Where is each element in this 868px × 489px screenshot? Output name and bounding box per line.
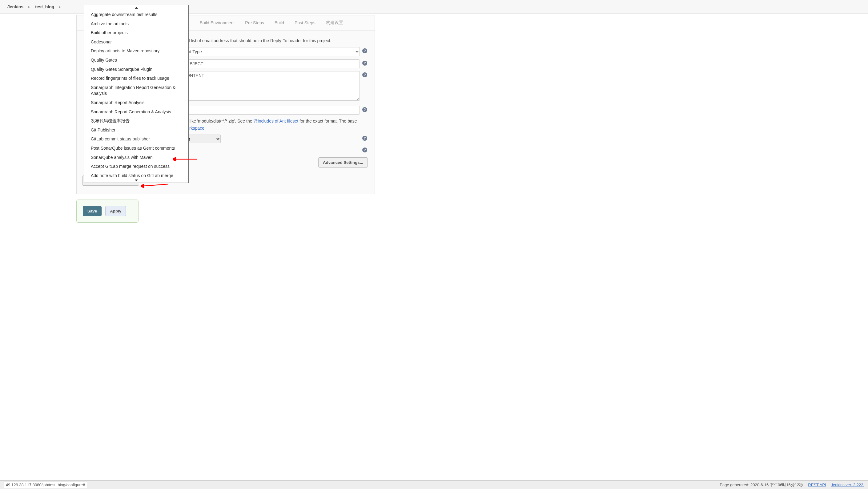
save-button[interactable]: Save xyxy=(83,206,101,216)
small-select[interactable]: g xyxy=(184,134,221,143)
fileset-description: ds like 'module/dist/**/*.zip'. See the … xyxy=(184,118,360,131)
dropdown-item[interactable]: Quality Gates xyxy=(84,56,188,65)
help-icon[interactable]: ? xyxy=(362,61,367,66)
apply-button[interactable]: Apply xyxy=(105,206,126,216)
advanced-settings-button[interactable]: Advanced Settings... xyxy=(318,157,368,167)
dropdown-item[interactable]: Build other projects xyxy=(84,28,188,37)
tab-build[interactable]: Build xyxy=(275,20,284,25)
ant-fileset-link[interactable]: @includes of Ant fileset xyxy=(253,119,298,123)
dropdown-item[interactable]: Quality Gates Sonarqube Plugin xyxy=(84,65,188,74)
dropdown-item[interactable]: Record fingerprints of files to track us… xyxy=(84,74,188,83)
dropdown-item[interactable]: Codesonar xyxy=(84,37,188,47)
content-textarea[interactable]: ONTENT xyxy=(184,71,360,101)
dropdown-item[interactable]: Archive the artifacts xyxy=(84,20,188,29)
help-icon[interactable]: ? xyxy=(362,148,367,152)
svg-line-1 xyxy=(143,184,168,186)
tab-post-steps[interactable]: Post Steps xyxy=(294,20,315,25)
dropdown-item[interactable]: Sonargraph Integration Report Generation… xyxy=(84,83,188,98)
dropdown-item[interactable]: Git Publisher xyxy=(84,126,188,135)
save-bar: Save Apply xyxy=(76,200,138,223)
tab-cn[interactable]: 构建设置 xyxy=(326,20,343,26)
breadcrumb-jenkins[interactable]: Jenkins xyxy=(5,3,25,10)
dropdown-item[interactable]: Deploy artifacts to Maven repository xyxy=(84,47,188,56)
subject-input[interactable] xyxy=(184,59,360,68)
attachments-input[interactable] xyxy=(184,106,360,115)
tab-pre-steps[interactable]: Pre Steps xyxy=(245,20,264,25)
dropdown-item[interactable]: Sonargraph Report Generation & Analysis xyxy=(84,108,188,117)
breadcrumb-job[interactable]: test_blog xyxy=(33,3,56,10)
dropdown-item[interactable]: Sonargraph Report Analysis xyxy=(84,98,188,108)
dropdown-scroll-up[interactable] xyxy=(84,5,188,10)
chevron-right-icon: ▸ xyxy=(59,5,61,9)
dropdown-item[interactable]: Aggregate downstream test results xyxy=(84,10,188,20)
dropdown-item[interactable]: Accept GitLab merge request on success xyxy=(84,162,188,171)
tab-build-environment[interactable]: Build Environment xyxy=(200,20,235,25)
dropdown-item[interactable]: GitLab commit status publisher xyxy=(84,134,188,144)
help-icon[interactable]: ? xyxy=(362,72,367,77)
dropdown-scroll-down[interactable] xyxy=(84,178,188,183)
dropdown-item[interactable]: Add note with build status on GitLab mer… xyxy=(84,171,188,178)
help-icon[interactable]: ? xyxy=(362,136,367,141)
help-icon[interactable]: ? xyxy=(362,107,367,112)
content-type-select[interactable]: nt Type xyxy=(184,47,360,56)
dropdown-item[interactable]: 发布代码覆盖率报告 xyxy=(84,116,188,126)
chevron-right-icon: ▸ xyxy=(28,5,30,9)
chevron-up-icon xyxy=(135,7,138,9)
dropdown-item[interactable]: Post SonarQube issues as Gerrit comments xyxy=(84,144,188,153)
chevron-down-icon xyxy=(135,180,138,181)
annotation-arrow xyxy=(141,182,169,188)
help-icon[interactable]: ? xyxy=(362,48,367,53)
annotation-arrow xyxy=(173,156,197,162)
replyto-description: ted list of email address that should be… xyxy=(184,37,360,44)
